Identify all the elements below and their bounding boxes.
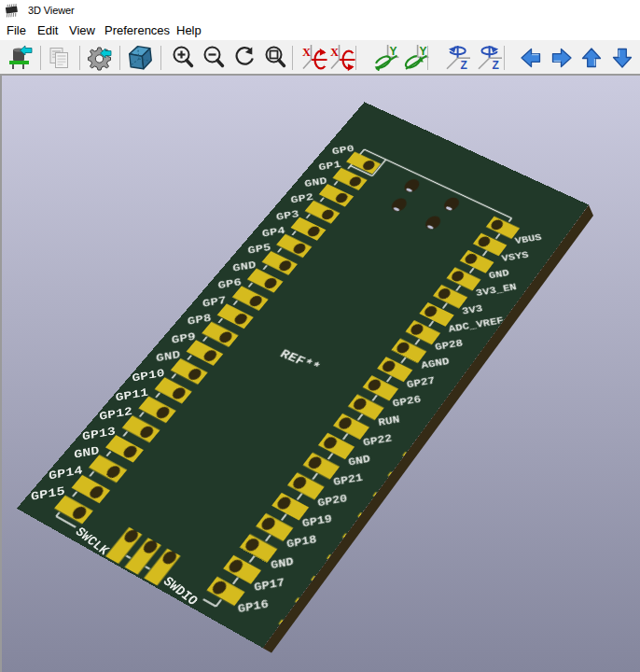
svg-text:Z: Z (493, 59, 499, 72)
svg-text:Z: Z (461, 59, 467, 72)
svg-text:X: X (330, 46, 339, 59)
svg-text:X: X (302, 46, 311, 59)
